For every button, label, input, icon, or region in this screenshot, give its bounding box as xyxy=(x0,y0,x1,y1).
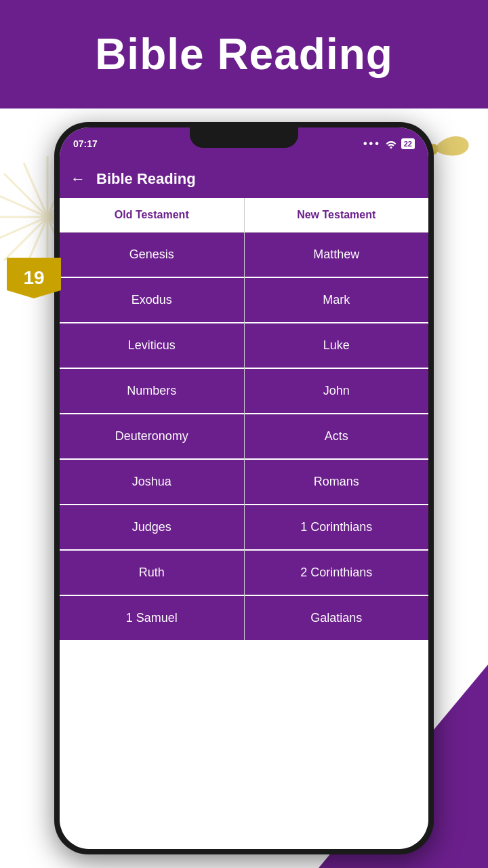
new-testament-book-item[interactable]: 2 Corinthians xyxy=(245,551,429,596)
status-dots: ••• xyxy=(363,138,381,150)
status-time: 07:17 xyxy=(73,138,98,149)
new-testament-book-item[interactable]: Matthew xyxy=(245,233,429,278)
old-testament-book-item[interactable]: Judges xyxy=(60,505,244,551)
notch xyxy=(190,127,298,148)
old-testament-header: Old Testament xyxy=(60,198,245,232)
new-testament-book-item[interactable]: Romans xyxy=(245,460,429,505)
status-bar: 07:17 ••• 22 xyxy=(60,127,428,160)
old-testament-book-item[interactable]: 1 Samuel xyxy=(60,596,244,640)
books-container: GenesisExodusLeviticusNumbersDeuteronomy… xyxy=(60,233,428,640)
phone-screen: 07:17 ••• 22 ← Bible Reading xyxy=(60,127,428,849)
old-testament-book-item[interactable]: Genesis xyxy=(60,233,244,278)
new-testament-header: New Testament xyxy=(245,198,429,232)
battery-icon: 22 xyxy=(401,138,415,149)
back-button[interactable]: ← xyxy=(70,170,85,188)
phone-frame: 07:17 ••• 22 ← Bible Reading xyxy=(54,122,434,854)
new-testament-book-item[interactable]: Acts xyxy=(245,414,429,460)
app-header: ← Bible Reading xyxy=(60,160,428,198)
old-testament-book-item[interactable]: Joshua xyxy=(60,460,244,505)
content-area[interactable]: Old Testament New Testament GenesisExodu… xyxy=(60,198,428,849)
new-testament-book-item[interactable]: Luke xyxy=(245,323,429,369)
new-testament-book-item[interactable]: John xyxy=(245,369,429,414)
new-testament-book-item[interactable]: 1 Corinthians xyxy=(245,505,429,551)
old-testament-book-item[interactable]: Deuteronomy xyxy=(60,414,244,460)
old-testament-column: GenesisExodusLeviticusNumbersDeuteronomy… xyxy=(60,233,245,640)
background-area: 19 07:17 ••• 22 xyxy=(0,108,488,868)
old-testament-book-item[interactable]: Leviticus xyxy=(60,323,244,369)
app-title: Bible Reading xyxy=(96,170,196,188)
gold-badge: 19 xyxy=(7,258,61,298)
status-right: ••• 22 xyxy=(363,138,415,150)
old-testament-book-item[interactable]: Ruth xyxy=(60,551,244,596)
old-testament-book-item[interactable]: Exodus xyxy=(60,278,244,323)
new-testament-book-item[interactable]: Mark xyxy=(245,278,429,323)
old-testament-book-item[interactable]: Numbers xyxy=(60,369,244,414)
top-banner: Bible Reading xyxy=(0,0,488,108)
columns-header: Old Testament New Testament xyxy=(60,198,428,233)
wifi-icon xyxy=(385,139,397,149)
new-testament-book-item[interactable]: Galatians xyxy=(245,596,429,640)
banner-title: Bible Reading xyxy=(95,29,393,79)
new-testament-column: MatthewMarkLukeJohnActsRomans1 Corinthia… xyxy=(245,233,429,640)
